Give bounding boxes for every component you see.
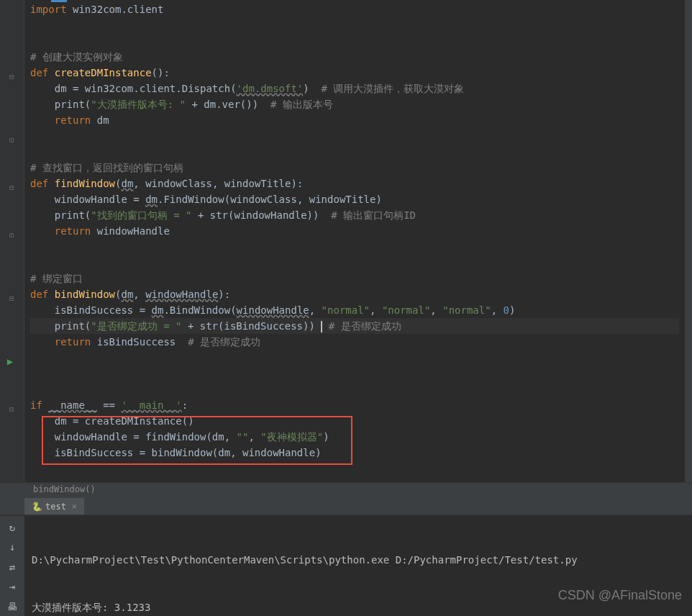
python-file-icon: 🐍: [32, 502, 42, 512]
code-comment: # 创建大漠实例对象: [30, 51, 123, 63]
highlight-box: [42, 416, 352, 465]
breadcrumb[interactable]: bindWindow(): [0, 482, 692, 498]
fold-icon[interactable]: ⊟: [6, 403, 17, 415]
run-tab-spacer: [0, 498, 24, 515]
fold-end-icon[interactable]: ⊡: [6, 229, 17, 240]
run-toolbar: ↻ ↓ ⇄ ⇥ 🖶 🗑: [0, 516, 24, 616]
fold-end-icon[interactable]: ⊡: [6, 134, 17, 145]
editor-gutter: ⊟ ⊡ ⊟ ⊡ ⊟ ▶ ⊟: [0, 0, 24, 482]
console-line: 大漠插件版本号: 3.1233: [32, 599, 685, 615]
run-tab-test[interactable]: 🐍 test ✕: [24, 498, 84, 515]
run-tab-bar: 🐍 test ✕: [0, 498, 692, 515]
code-editor[interactable]: ⊟ ⊡ ⊟ ⊡ ⊟ ▶ ⊟ import win32com.client # 创…: [0, 0, 692, 482]
console-line: D:\PycharmProject\Test\PythonCenterMaven…: [32, 552, 685, 568]
print-button[interactable]: 🖶: [5, 599, 19, 614]
stop-button[interactable]: ↓: [5, 540, 19, 555]
code-comment: # 查找窗口，返回找到的窗口句柄: [30, 162, 183, 173]
rerun-button[interactable]: ↻: [5, 520, 19, 535]
code-comment: # 绑定窗口: [30, 273, 83, 284]
fold-icon[interactable]: ⊟: [6, 181, 17, 193]
run-gutter-icon[interactable]: ▶: [4, 355, 16, 367]
close-tab-icon[interactable]: ✕: [72, 502, 77, 511]
run-panel: ↻ ↓ ⇄ ⇥ 🖶 🗑 D:\PycharmProject\Test\Pytho…: [0, 515, 692, 616]
code-content[interactable]: import win32com.client # 创建大漠实例对象 def cr…: [24, 0, 685, 482]
vertical-scrollbar[interactable]: [685, 0, 692, 482]
fold-icon[interactable]: ⊟: [6, 292, 17, 304]
scroll-to-end-button[interactable]: ⇥: [5, 580, 19, 594]
console-output[interactable]: D:\PycharmProject\Test\PythonCenterMaven…: [24, 516, 692, 616]
fold-icon[interactable]: ⊟: [6, 71, 17, 82]
toggle-softwrap-button[interactable]: ⇄: [5, 560, 19, 574]
